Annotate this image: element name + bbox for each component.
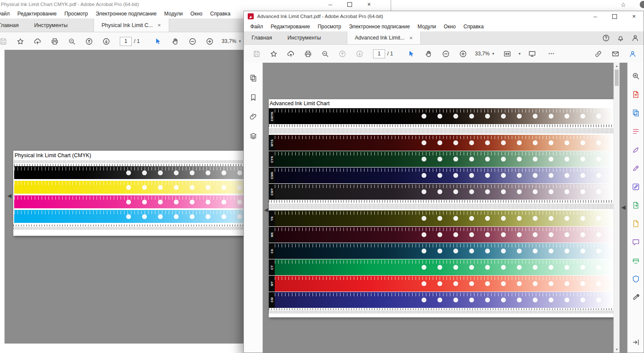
tool-comment[interactable] [631,237,641,247]
menu-modules[interactable]: Модули [161,9,187,18]
share-link-button[interactable] [592,48,604,59]
tab-home[interactable]: Главная [244,31,280,44]
zoom-level[interactable]: 33,7% [222,38,236,44]
save-button[interactable] [251,48,262,59]
zoom-in-button[interactable] [457,48,468,59]
find-button[interactable] [319,48,331,59]
tool-more-tools[interactable] [631,293,641,302]
layers-icon[interactable] [249,132,258,140]
menu-help[interactable]: Справка [459,22,487,31]
account-avatar-icon[interactable] [631,34,639,42]
bookmark-star-icon[interactable]: ☆ [620,1,626,8]
chevron-down-icon[interactable]: ▾ [239,39,241,43]
print-button[interactable] [302,48,313,59]
next-page-button[interactable] [354,48,365,59]
document-icon [632,219,640,228]
notification-bell-icon[interactable] [617,34,625,42]
menu-window[interactable]: Окно [187,9,207,18]
tool-search[interactable] [631,71,641,81]
chevron-down-icon[interactable]: ▾ [519,52,521,56]
menu-file[interactable]: Файл [0,9,14,18]
tab-tools[interactable]: Инструменты [280,31,329,44]
fit-width-button[interactable] [502,48,513,59]
zoom-in-button[interactable] [204,36,215,47]
favorite-button[interactable] [15,36,26,47]
bookmarks-icon[interactable] [249,93,258,102]
menu-esign[interactable]: Электронное подписание [345,22,414,31]
read-mode-button[interactable] [526,48,538,59]
bar-label: CM [269,292,275,308]
tab-tools[interactable]: Инструменты [27,18,76,32]
sign-in-button[interactable] [627,48,638,59]
select-tool-button[interactable] [406,48,417,59]
collapse-left-chevron-icon[interactable]: ◀ [264,207,268,213]
previous-page-button[interactable] [83,36,94,47]
scroll-down-icon[interactable]: ▼ [614,348,620,351]
menu-view[interactable]: Просмотр [61,9,92,18]
find-button[interactable] [66,36,77,47]
menu-view[interactable]: Просмотр [314,22,345,31]
toolbar-right-icons [589,45,641,63]
scrollbar-thumb[interactable] [615,70,619,86]
tool-combine-files[interactable] [631,108,641,118]
close-button[interactable]: × [624,11,644,21]
close-tab-icon[interactable]: × [410,35,413,41]
page-number-input[interactable] [373,49,385,58]
tool-organize-pages[interactable] [631,127,641,136]
zoom-out-button[interactable] [187,36,198,47]
help-icon[interactable] [602,34,610,42]
tool-edit-pdf[interactable] [631,182,641,192]
more-options-button[interactable]: ··· [546,48,557,59]
menu-modules[interactable]: Модули [414,22,440,31]
previous-page-button[interactable] [337,48,348,59]
bar-label: YK [269,210,275,226]
select-tool-button[interactable] [152,36,164,47]
maximize-button[interactable] [340,0,359,9]
hand-tool-button[interactable] [170,36,181,47]
collapse-right-chevron-icon[interactable]: ◀ [621,204,626,210]
collapse-left-chevron-icon[interactable]: ◀ [7,193,12,198]
tab-bar-right-icons [602,31,639,44]
tool-protect[interactable] [631,274,641,284]
tool-fill-and-sign[interactable] [631,164,641,173]
minimize-button[interactable]: — [321,0,340,9]
favorite-button[interactable] [268,48,279,59]
tab-document[interactable]: Physical Ink Limit C... × [94,18,169,32]
hand-tool-button[interactable] [423,48,434,59]
zoom-level[interactable]: 33,7% [475,51,489,57]
minimize-button[interactable]: — [586,11,605,21]
menu-edit[interactable]: Редактирование [14,9,61,18]
print-button[interactable] [49,36,60,47]
tab-home[interactable]: Главная [0,18,27,32]
vertical-scrollbar[interactable]: ▲ ▼ [614,63,620,353]
page-number-input[interactable] [120,37,132,46]
menu-file[interactable]: Файл [246,22,267,31]
expand-panel-arrow-icon[interactable] [632,338,640,347]
share-button[interactable] [285,48,296,59]
close-tab-icon[interactable]: × [158,22,161,28]
chevron-down-icon[interactable]: ▾ [492,52,494,56]
menu-esign[interactable]: Электронное подписание [92,9,161,18]
scroll-up-icon[interactable]: ▲ [614,64,620,67]
front-titlebar[interactable]: Advanced Ink Limit Chart.pdf - Adobe Acr… [244,11,644,21]
email-button[interactable] [610,48,621,59]
maximize-button[interactable] [605,11,624,21]
tool-scan-ocr[interactable] [631,256,641,265]
menu-help[interactable]: Справка [206,9,234,18]
tool-stamp[interactable] [631,219,641,228]
tab-document[interactable]: Advanced Ink Limit... × [347,31,421,44]
page-thumbnails-icon[interactable] [249,74,258,82]
save-button[interactable] [0,36,9,47]
menu-edit[interactable]: Редактирование [267,22,314,31]
tool-request-signatures[interactable] [631,145,641,155]
menu-window[interactable]: Окно [440,22,460,31]
next-page-button[interactable] [100,36,112,47]
front-document-canvas[interactable]: ◀ Advanced Ink Limit Chart CMYK MYK [263,63,614,353]
zoom-out-button[interactable] [440,48,451,59]
back-titlebar[interactable]: Physical Ink Limit Chart CMYK.pdf - Adob… [0,0,391,9]
tool-export-pdf[interactable] [631,201,641,210]
tool-create-pdf[interactable] [631,90,641,99]
attachments-paperclip-icon[interactable] [249,113,258,121]
share-button[interactable] [32,36,43,47]
close-button[interactable]: × [359,0,379,9]
